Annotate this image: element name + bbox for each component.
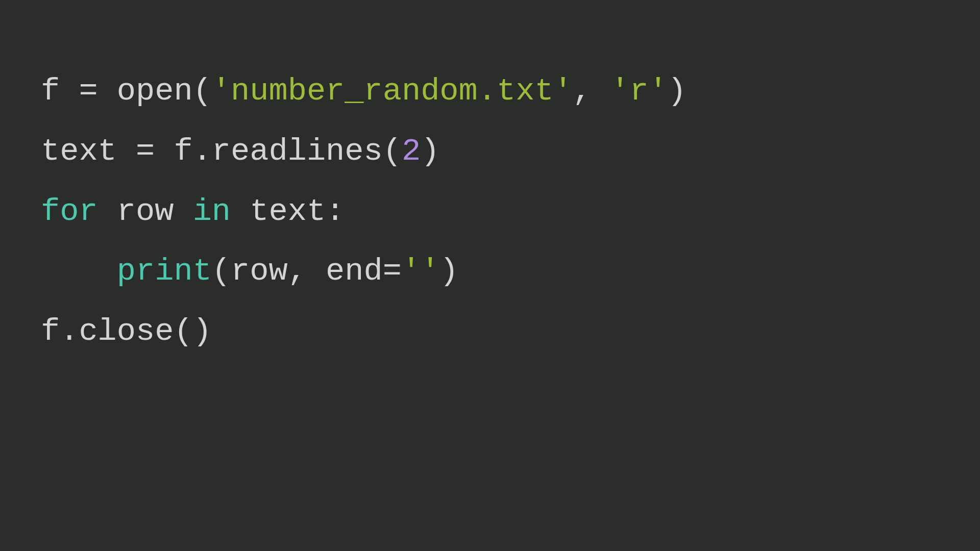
code-line-6: print(row, end='') [41, 241, 939, 302]
code-line-5: for row in text: [41, 182, 939, 242]
token-string: '' [402, 253, 439, 289]
token-string: 'r' [610, 73, 668, 109]
token-keyword-for: for [41, 193, 98, 230]
token-paren: ) [668, 73, 687, 109]
token-var: text: [231, 193, 345, 230]
token-string: 'number_random.txt' [212, 73, 573, 109]
token-paren: ) [439, 253, 458, 289]
token-keyword-in: in [193, 193, 231, 230]
token-number: 2 [402, 133, 421, 169]
token-paren: ( [193, 73, 212, 109]
token-args: (row, end= [212, 253, 402, 289]
code-line-7: f.close() [41, 302, 939, 362]
code-editor[interactable]: f = open('number_random.txt', 'r')text =… [41, 61, 939, 362]
code-line-3: text = f.readlines(2) [41, 121, 939, 182]
token-method: f.close() [41, 313, 212, 349]
token-paren: ) [421, 133, 439, 169]
token-func: open [117, 73, 193, 109]
token-comma: , [573, 73, 610, 109]
token-var: text = f.readlines( [41, 133, 402, 169]
token-indent [41, 253, 117, 289]
token-var: f = [41, 73, 117, 109]
token-builtin-print: print [117, 253, 212, 289]
code-line-1: f = open('number_random.txt', 'r') [41, 61, 939, 121]
token-var: row [98, 193, 193, 230]
